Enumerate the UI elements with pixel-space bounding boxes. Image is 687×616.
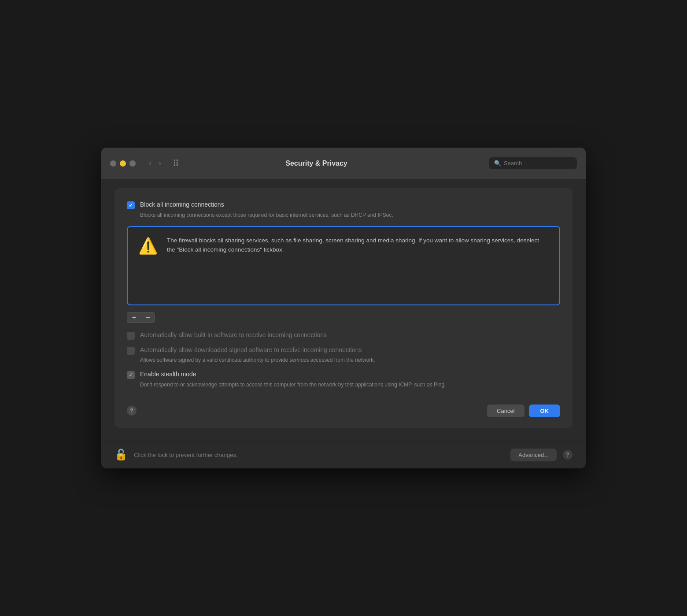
warning-text: The firewall blocks all sharing services… — [167, 236, 549, 255]
ok-button[interactable]: OK — [529, 404, 561, 417]
cancel-button[interactable]: Cancel — [487, 404, 524, 417]
block-all-label: Block all incoming connections — [140, 200, 393, 209]
block-all-checkbox[interactable] — [127, 201, 135, 209]
lock-icon[interactable]: 🔓 — [114, 449, 128, 461]
stealth-desc: Don't respond to or acknowledge attempts… — [140, 381, 560, 389]
auto-signed-checkbox[interactable] — [127, 347, 135, 355]
traffic-lights — [110, 160, 136, 167]
window-content: Block all incoming connections Blocks al… — [101, 179, 586, 441]
lock-bar: 🔓 Click the lock to prevent further chan… — [101, 441, 586, 468]
auto-signed-text: Automatically allow downloaded signed so… — [140, 346, 560, 364]
help-button[interactable]: ? — [127, 406, 137, 416]
dialog-box: Block all incoming connections Blocks al… — [114, 188, 572, 428]
titlebar: ‹ › ⠿ Security & Privacy 🔍 Search — [101, 148, 586, 179]
auto-signed-label: Automatically allow downloaded signed so… — [140, 346, 560, 355]
stealth-label: Enable stealth mode — [140, 370, 560, 379]
main-window: ‹ › ⠿ Security & Privacy 🔍 Search Block … — [101, 148, 586, 468]
auto-builtin-row: Automatically allow built-in software to… — [127, 331, 560, 340]
lock-text: Click the lock to prevent further change… — [134, 452, 504, 458]
add-button[interactable]: + — [127, 312, 141, 323]
warning-icon: ⚠️ — [138, 237, 158, 255]
block-all-text: Block all incoming connections Blocks al… — [140, 200, 393, 219]
advanced-button[interactable]: Advanced... — [510, 449, 557, 461]
lockbar-help-button[interactable]: ? — [563, 450, 572, 460]
block-all-desc: Blocks all incoming connections except t… — [140, 211, 393, 219]
search-placeholder: Search — [504, 160, 522, 167]
dialog-bottom-bar: ? Cancel OK — [127, 397, 560, 417]
auto-builtin-label: Automatically allow built-in software to… — [140, 331, 327, 340]
block-all-row: Block all incoming connections Blocks al… — [127, 200, 560, 219]
stealth-checkbox[interactable] — [127, 371, 135, 379]
auto-signed-row: Automatically allow downloaded signed so… — [127, 346, 560, 364]
close-button[interactable] — [110, 160, 116, 167]
stealth-row: Enable stealth mode Don't respond to or … — [127, 370, 560, 389]
search-bar[interactable]: 🔍 Search — [489, 157, 577, 169]
stealth-text: Enable stealth mode Don't respond to or … — [140, 370, 560, 389]
window-title: Security & Privacy — [151, 160, 482, 167]
minimize-button[interactable] — [120, 160, 126, 167]
remove-button[interactable]: − — [141, 312, 155, 323]
plus-minus-row: + − — [127, 312, 560, 323]
search-icon: 🔍 — [494, 160, 501, 167]
warning-box: ⚠️ The firewall blocks all sharing servi… — [127, 226, 560, 305]
maximize-button[interactable] — [129, 160, 136, 167]
auto-builtin-checkbox[interactable] — [127, 332, 135, 340]
auto-signed-desc: Allows software signed by a valid certif… — [140, 356, 560, 364]
